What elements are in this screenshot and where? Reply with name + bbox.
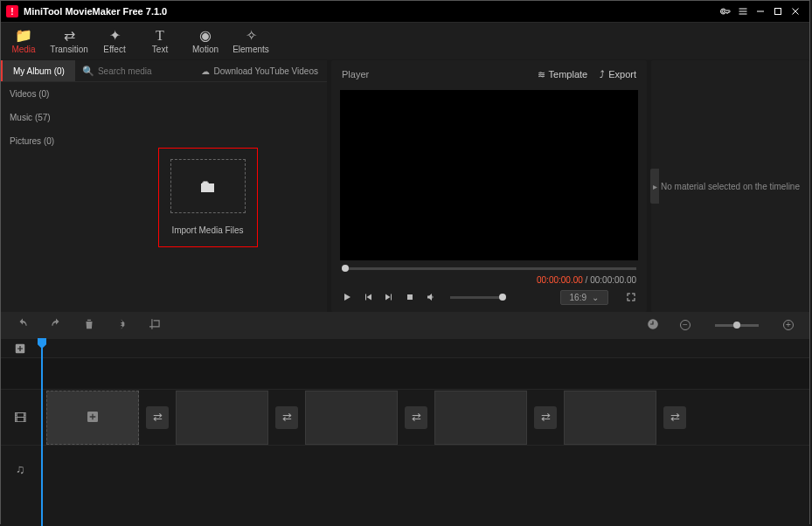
category-music[interactable]: Music (57) bbox=[1, 106, 88, 129]
clip-placeholder[interactable] bbox=[176, 391, 268, 445]
tab-media[interactable]: 📁Media bbox=[1, 23, 46, 59]
transition-slot[interactable]: ⇄ bbox=[534, 406, 557, 429]
template-button[interactable]: ≋Template bbox=[538, 69, 588, 80]
add-clip-icon bbox=[86, 410, 100, 426]
category-list: Videos (0) Music (57) Pictures (0) bbox=[1, 82, 88, 312]
minimize-button[interactable] bbox=[752, 3, 769, 20]
video-track: 🎞 ⇄ ⇄ ⇄ ⇄ ⇄ bbox=[1, 389, 809, 445]
clip-placeholder[interactable] bbox=[46, 391, 139, 445]
transition-slot[interactable]: ⇄ bbox=[275, 406, 298, 429]
tab-text-label: Text bbox=[152, 45, 168, 54]
template-label: Template bbox=[549, 69, 588, 80]
delete-button[interactable] bbox=[83, 318, 95, 332]
search-input[interactable] bbox=[98, 66, 168, 76]
stop-button[interactable] bbox=[405, 292, 415, 304]
collapse-handle[interactable]: ▸ bbox=[650, 169, 659, 204]
download-youtube-label: Download YouTube Videos bbox=[213, 66, 318, 76]
next-frame-button[interactable] bbox=[384, 292, 394, 304]
audio-track-icon: ♫ bbox=[1, 462, 39, 476]
transition-slot[interactable]: ⇄ bbox=[663, 406, 686, 429]
export-icon: ⤴ bbox=[600, 69, 605, 80]
fullscreen-button[interactable] bbox=[626, 292, 636, 304]
media-panel: My Album (0) 🔍 ☁Download YouTube Videos … bbox=[1, 60, 327, 312]
tab-media-label: Media bbox=[11, 45, 35, 54]
chevron-down-icon: ⌄ bbox=[592, 293, 599, 302]
clip-placeholder[interactable] bbox=[305, 391, 398, 445]
aspect-ratio-select[interactable]: 16:9⌄ bbox=[560, 290, 608, 305]
tab-effect-label: Effect bbox=[103, 45, 125, 54]
license-key-icon[interactable] bbox=[717, 3, 734, 20]
aspect-ratio-value: 16:9 bbox=[570, 293, 586, 302]
tab-elements-label: Elements bbox=[232, 45, 269, 54]
timeline-toolbar: − + bbox=[1, 312, 809, 338]
player-title: Player bbox=[342, 69, 369, 80]
folder-icon: 🖿 bbox=[199, 176, 217, 197]
tab-effect[interactable]: ✦Effect bbox=[92, 23, 137, 59]
album-tab[interactable]: My Album (0) bbox=[1, 60, 75, 81]
timeline: − + 🎞 ⇄ ⇄ ⇄ ⇄ ⇄ ♫ bbox=[1, 312, 809, 526]
tab-elements[interactable]: ✧Elements bbox=[228, 23, 274, 59]
split-button[interactable] bbox=[116, 318, 128, 332]
tab-motion-label: Motion bbox=[192, 45, 219, 54]
volume-icon[interactable] bbox=[426, 292, 436, 304]
title-bar: ! MiniTool MovieMaker Free 7.1.0 bbox=[1, 1, 809, 22]
clip-placeholder[interactable] bbox=[564, 391, 656, 445]
tab-transition-label: Transition bbox=[50, 45, 88, 54]
search-icon: 🔍 bbox=[82, 66, 94, 77]
download-youtube-button[interactable]: ☁Download YouTube Videos bbox=[192, 66, 327, 76]
add-track-button[interactable] bbox=[13, 342, 27, 356]
import-media-button[interactable]: 🖿 Import Media Files bbox=[158, 148, 258, 247]
volume-slider[interactable] bbox=[450, 296, 503, 299]
category-pictures[interactable]: Pictures (0) bbox=[1, 129, 88, 153]
tab-transition[interactable]: ⇄Transition bbox=[46, 23, 92, 59]
video-track-icon: 🎞 bbox=[1, 411, 39, 425]
zoom-slider[interactable] bbox=[715, 324, 759, 327]
import-media-label: Import Media Files bbox=[171, 225, 243, 235]
zoom-in-button[interactable]: + bbox=[783, 320, 794, 330]
template-icon: ≋ bbox=[538, 69, 545, 80]
transition-slot[interactable]: ⇄ bbox=[405, 406, 427, 429]
clip-placeholder[interactable] bbox=[434, 391, 527, 445]
empty-selection-message: No material selected on the timeline bbox=[661, 182, 800, 191]
app-logo-icon: ! bbox=[6, 5, 18, 17]
prev-frame-button[interactable] bbox=[363, 292, 373, 304]
cloud-download-icon: ☁ bbox=[201, 66, 210, 76]
properties-panel: ▸ No material selected on the timeline bbox=[651, 60, 809, 312]
seek-bar[interactable] bbox=[342, 267, 636, 270]
category-videos[interactable]: Videos (0) bbox=[1, 82, 88, 106]
current-time: 00:00:00.00 bbox=[537, 275, 583, 285]
volume-handle[interactable] bbox=[499, 294, 506, 301]
total-time: 00:00:00.00 bbox=[590, 275, 636, 285]
tab-motion[interactable]: ◉Motion bbox=[183, 23, 228, 59]
maximize-button[interactable] bbox=[769, 3, 787, 20]
zoom-handle[interactable] bbox=[733, 322, 740, 329]
playhead[interactable] bbox=[41, 338, 43, 526]
speed-icon[interactable] bbox=[647, 318, 659, 332]
transition-slot[interactable]: ⇄ bbox=[146, 406, 169, 429]
zoom-out-button[interactable]: − bbox=[680, 320, 691, 330]
menu-icon[interactable] bbox=[734, 3, 752, 20]
export-button[interactable]: ⤴Export bbox=[600, 69, 636, 80]
close-button[interactable] bbox=[787, 3, 804, 20]
app-title: MiniTool MovieMaker Free 7.1.0 bbox=[24, 6, 167, 17]
undo-button[interactable] bbox=[17, 318, 29, 332]
seek-handle[interactable] bbox=[342, 265, 349, 272]
tab-text[interactable]: TText bbox=[137, 23, 183, 59]
play-button[interactable] bbox=[342, 292, 352, 304]
export-label: Export bbox=[608, 69, 636, 80]
svg-rect-1 bbox=[407, 294, 413, 300]
redo-button[interactable] bbox=[50, 318, 62, 332]
main-tabs: 📁Media ⇄Transition ✦Effect TText ◉Motion… bbox=[1, 22, 809, 59]
player-panel: Player ≋Template ⤴Export 00:00:00.00 / 0… bbox=[331, 60, 647, 312]
audio-track: ♫ bbox=[1, 445, 809, 492]
time-separator: / bbox=[586, 275, 588, 285]
svg-rect-0 bbox=[775, 9, 781, 15]
crop-button[interactable] bbox=[149, 318, 162, 332]
preview-area bbox=[340, 90, 638, 260]
